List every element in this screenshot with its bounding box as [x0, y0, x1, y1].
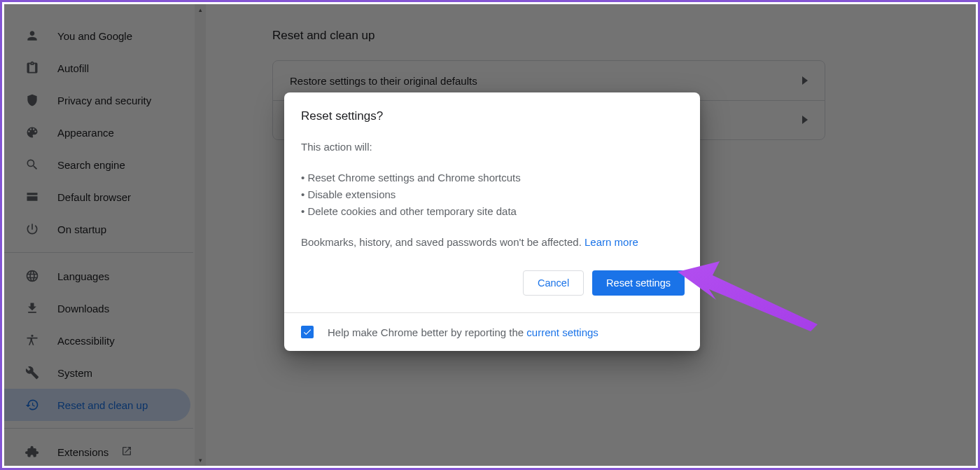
dialog-intro: This action will:: [301, 139, 685, 155]
reset-settings-dialog: Reset settings? This action will: Reset …: [284, 92, 700, 351]
reset-settings-button[interactable]: Reset settings: [592, 270, 685, 296]
dialog-bullet-list: Reset Chrome settings and Chrome shortcu…: [301, 170, 685, 220]
dialog-title: Reset settings?: [301, 109, 685, 123]
report-settings-label: Help make Chrome better by reporting the…: [328, 326, 598, 338]
cancel-button[interactable]: Cancel: [523, 270, 584, 296]
dialog-bullet: Delete cookies and other temporary site …: [301, 203, 685, 220]
dialog-outro: Bookmarks, history, and saved passwords …: [301, 234, 685, 251]
report-settings-checkbox[interactable]: [301, 326, 314, 338]
dialog-bullet: Reset Chrome settings and Chrome shortcu…: [301, 170, 685, 186]
dialog-bullet: Disable extensions: [301, 186, 685, 203]
learn-more-link[interactable]: Learn more: [584, 236, 638, 248]
current-settings-link[interactable]: current settings: [526, 326, 598, 338]
